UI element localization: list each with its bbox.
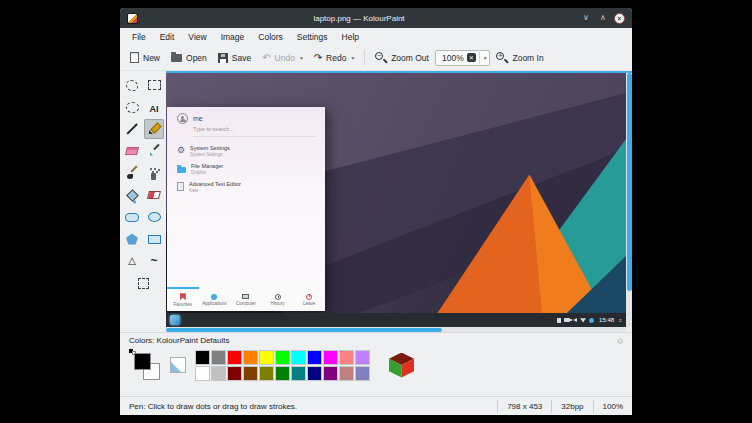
leave-power-icon: [306, 294, 312, 300]
rounded-rectangle-icon: [125, 213, 139, 222]
palette-swatch[interactable]: [307, 350, 322, 365]
color-picker-icon: [148, 145, 161, 158]
foreground-background-selector[interactable]: [129, 349, 161, 381]
clipboard-icon: [557, 318, 561, 323]
menu-help[interactable]: Help: [335, 30, 366, 44]
palette-swatch[interactable]: [243, 350, 258, 365]
palette-swatch[interactable]: [307, 366, 322, 381]
menu-file[interactable]: File: [125, 30, 153, 44]
palette-swatch[interactable]: [355, 350, 370, 365]
palette-swatch[interactable]: [291, 350, 306, 365]
launcher-tab-applications: Applications: [199, 287, 231, 311]
close-icon[interactable]: ✕: [614, 13, 625, 24]
clear-text-icon[interactable]: [467, 53, 476, 62]
eraser-tool-icon: [125, 147, 139, 155]
tool-rounded-rectangle[interactable]: [122, 207, 142, 227]
system-tray: [557, 318, 594, 323]
open-button[interactable]: Open: [166, 50, 212, 66]
tool-curve[interactable]: [144, 251, 164, 271]
redo-button[interactable]: ↷ Redo ▾: [309, 50, 359, 66]
kolourpaint-app-icon: [127, 13, 138, 24]
palette-swatch[interactable]: [227, 366, 242, 381]
palette-swatch[interactable]: [227, 350, 242, 365]
text-editor-icon: [177, 182, 184, 191]
palette-swatch[interactable]: [259, 366, 274, 381]
palette-swatch[interactable]: [275, 366, 290, 381]
maximize-icon[interactable]: ∧: [597, 12, 609, 24]
polygon-icon: [126, 234, 138, 245]
vertical-scrollbar[interactable]: [626, 73, 632, 327]
tool-selection-free-form[interactable]: [122, 75, 142, 95]
palette-swatch[interactable]: [195, 350, 210, 365]
save-button[interactable]: Save: [213, 50, 256, 66]
user-avatar-icon: [177, 113, 188, 124]
pen-tool-icon: [147, 122, 161, 136]
zoom-out-button[interactable]: Zoom Out: [370, 49, 434, 67]
status-dimensions: 798 x 453: [497, 400, 551, 413]
tool-zoom[interactable]: [133, 273, 153, 293]
palette-swatch[interactable]: [291, 366, 306, 381]
palette-swatch[interactable]: [355, 366, 370, 381]
palette-swatch[interactable]: [275, 350, 290, 365]
battery-icon: [564, 318, 570, 322]
undo-dropdown-icon[interactable]: ▾: [300, 55, 303, 61]
tool-pen[interactable]: [144, 119, 164, 139]
menu-colors[interactable]: Colors: [251, 30, 290, 44]
tool-selection-elliptical[interactable]: [122, 97, 142, 117]
menu-image[interactable]: Image: [214, 30, 252, 44]
tool-spray-can[interactable]: [144, 163, 164, 183]
palette-swatch[interactable]: [339, 366, 354, 381]
tool-line[interactable]: [122, 119, 142, 139]
zoom-dropdown-icon[interactable]: ▾: [484, 55, 487, 61]
tool-flood-fill[interactable]: [122, 185, 142, 205]
tool-rectangle[interactable]: [144, 229, 164, 249]
tool-color-picker[interactable]: [144, 141, 164, 161]
menu-edit[interactable]: Edit: [153, 30, 182, 44]
palette-swatch[interactable]: [243, 366, 258, 381]
canvas-area[interactable]: me Type to search... System Settings Sys…: [166, 71, 632, 332]
titlebar[interactable]: laptop.png — KolourPaint ∨ ∧ ✕: [120, 8, 632, 28]
menubar: File Edit View Image Colors Settings Hel…: [120, 28, 632, 45]
zoom-level-combobox[interactable]: 100% ▾: [435, 50, 491, 66]
applications-icon: [211, 294, 217, 300]
menu-view[interactable]: View: [181, 30, 213, 44]
redo-dropdown-icon[interactable]: ▾: [351, 55, 354, 61]
toolbar-separator: [364, 50, 365, 65]
statusbar: Pen: Click to draw dots or drag to draw …: [120, 396, 632, 415]
palette-swatch[interactable]: [323, 350, 338, 365]
canvas-image[interactable]: me Type to search... System Settings Sys…: [166, 73, 626, 327]
palette-swatch[interactable]: [211, 350, 226, 365]
palette-swatch[interactable]: [339, 350, 354, 365]
horizontal-scrollbar-thumb[interactable]: [166, 328, 442, 332]
tool-selection-rectangular[interactable]: [144, 75, 164, 95]
undo-button[interactable]: ↶ Undo ▾: [257, 50, 307, 66]
menu-settings[interactable]: Settings: [290, 30, 335, 44]
zoom-in-button[interactable]: Zoom In: [491, 49, 548, 67]
palette-swatch[interactable]: [195, 366, 210, 381]
transparent-color-swatch[interactable]: [170, 357, 186, 373]
network-icon: [580, 318, 586, 323]
new-button[interactable]: New: [125, 49, 165, 66]
foreground-color-swatch[interactable]: [134, 353, 151, 370]
tool-brush[interactable]: [122, 163, 142, 183]
color-similarity-cube[interactable]: [389, 353, 414, 378]
zoom-out-icon: [375, 52, 387, 64]
volume-icon: [573, 318, 577, 322]
tool-polygon[interactable]: [122, 229, 142, 249]
tool-ellipse[interactable]: [144, 207, 164, 227]
color-palette: [195, 350, 370, 381]
panel-float-icon[interactable]: [618, 337, 623, 345]
tool-text[interactable]: [144, 97, 164, 117]
text-tool-icon: [150, 98, 159, 116]
launcher-tab-history: History: [262, 287, 294, 311]
tool-eraser[interactable]: [122, 141, 142, 161]
tool-connected-lines[interactable]: [122, 251, 142, 271]
vertical-scrollbar-thumb[interactable]: [627, 73, 632, 291]
palette-swatch[interactable]: [211, 366, 226, 381]
tool-color-eraser[interactable]: [144, 185, 164, 205]
open-folder-icon: [171, 54, 182, 62]
palette-swatch[interactable]: [323, 366, 338, 381]
minimize-icon[interactable]: ∨: [580, 12, 592, 24]
palette-swatch[interactable]: [259, 350, 274, 365]
brush-tool-icon: [126, 167, 139, 180]
